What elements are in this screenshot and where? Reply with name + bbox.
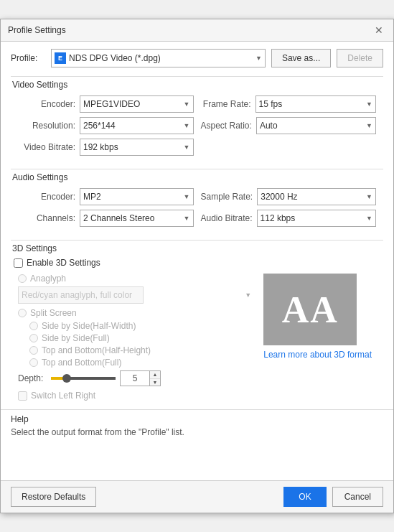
restore-defaults-button[interactable]: Restore Defaults [11,487,96,507]
frame-rate-select-wrap: 15 fps [255,95,377,113]
aspect-ratio-label: Aspect Ratio: [201,121,252,131]
audio-encoder-select-wrap: MP2 [80,188,194,205]
sample-rate-select-wrap: 32000 Hz [257,188,376,205]
audio-encoder-select[interactable]: MP2 [80,188,194,205]
delete-button[interactable]: Delete [337,49,383,67]
help-section: Help Select the output format from the "… [1,409,393,480]
side-by-side-full-label: Side by Side(Full) [42,333,110,343]
depth-label: Depth: [18,373,47,383]
aspect-ratio-select[interactable]: Auto [256,117,376,134]
close-button[interactable]: ✕ [372,24,386,37]
depth-row: Depth: ▲ ▼ [15,370,255,386]
anaglyph-label: Anaglyph [30,274,66,284]
top-bottom-full-radio[interactable] [29,358,38,367]
profile-value: NDS DPG Video (*.dpg) [69,53,253,63]
3d-content: Anaglyph Red/cyan anaglyph, full color S… [11,274,383,409]
profile-icon: E [55,52,66,64]
switch-left-right-label: Switch Left Right [31,391,95,401]
top-bottom-half-row: Top and Bottom(Half-Height) [15,345,255,355]
enable-3d-row: Enable 3D Settings [11,258,383,268]
side-by-side-half-radio[interactable] [29,322,38,330]
channels-row: Channels: 2 Channels Stereo [18,210,194,227]
depth-slider[interactable] [51,377,116,380]
encoder-row: Encoder: MPEG1VIDEO [18,95,194,113]
dialog-title: Profile Settings [8,25,66,35]
anaglyph-select-wrap: Red/cyan anaglyph, full color [18,286,255,304]
help-label: Help [11,414,383,424]
side-by-side-half-row: Side by Side(Half-Width) [15,321,255,331]
video-bitrate-select[interactable]: 192 kbps [80,139,194,156]
sample-rate-label: Sample Rate: [201,192,253,202]
channels-select[interactable]: 2 Channels Stereo [80,210,194,227]
resolution-select[interactable]: 256*144 [80,117,194,134]
profile-row: Profile: E NDS DPG Video (*.dpg) ▼ Save … [11,49,383,67]
profile-select-container: E NDS DPG Video (*.dpg) ▼ [51,49,266,67]
sample-rate-row: Sample Rate: 32000 Hz [201,188,377,205]
audio-settings-grid: Encoder: MP2 Sample Rate: 32000 Hz [11,188,383,233]
encoder-label: Encoder: [18,99,75,109]
audio-bitrate-select[interactable]: 112 kbps [257,210,376,227]
ok-button[interactable]: OK [283,487,326,507]
profile-settings-dialog: Profile Settings ✕ Profile: E NDS DPG Vi… [0,19,394,513]
split-screen-radio-row: Split Screen [15,308,255,318]
title-bar: Profile Settings ✕ [1,19,393,42]
enable-3d-label: Enable 3D Settings [27,258,100,268]
side-by-side-full-row: Side by Side(Full) [15,333,255,343]
resolution-label: Resolution: [18,121,75,131]
anaglyph-select[interactable]: Red/cyan anaglyph, full color [18,286,144,304]
depth-input-group: ▲ ▼ [120,370,161,386]
side-by-side-full-radio[interactable] [29,334,38,342]
3d-preview-text: AA [282,289,339,331]
save-as-button[interactable]: Save as... [271,49,331,67]
anaglyph-radio-row: Anaglyph [15,274,255,284]
audio-bitrate-select-wrap: 112 kbps [257,210,376,227]
audio-encoder-label: Encoder: [18,192,75,202]
aspect-ratio-row: Aspect Ratio: Auto [201,117,377,134]
learn-more-row: Learn more about 3D format [263,350,379,360]
3d-options: Anaglyph Red/cyan anaglyph, full color S… [15,274,255,403]
learn-more-link[interactable]: Learn more about 3D format [263,350,372,360]
video-bitrate-select-wrap: 192 kbps [80,139,194,156]
frame-rate-label: Frame Rate: [201,99,251,109]
3d-preview: AA Learn more about 3D format [263,274,379,403]
profile-dropdown-arrow[interactable]: ▼ [255,55,262,62]
encoder-select[interactable]: MPEG1VIDEO [80,95,194,113]
side-by-side-half-label: Side by Side(Half-Width) [42,321,136,331]
depth-decrement-button[interactable]: ▼ [150,379,160,386]
sample-rate-select[interactable]: 32000 Hz [257,188,376,205]
cancel-button[interactable]: Cancel [332,487,383,507]
top-bottom-half-label: Top and Bottom(Half-Height) [42,345,151,355]
audio-settings-section: Audio Settings Encoder: MP2 Sample Rate: [11,169,383,233]
3d-preview-box: AA [263,274,357,345]
audio-bitrate-label: Audio Bitrate: [201,213,253,223]
dialog-content: Profile: E NDS DPG Video (*.dpg) ▼ Save … [1,42,393,409]
audio-settings-label: Audio Settings [11,172,383,182]
anaglyph-radio[interactable] [18,274,27,283]
frame-rate-select[interactable]: 15 fps [255,95,377,113]
audio-bitrate-row: Audio Bitrate: 112 kbps [201,210,377,227]
settings-3d-label: 3D Settings [11,243,383,253]
frame-rate-row: Frame Rate: 15 fps [201,95,377,113]
video-bitrate-row: Video Bitrate: 192 kbps [18,139,194,156]
switch-left-right-checkbox[interactable] [18,391,27,401]
help-text: Select the output format from the "Profi… [11,427,383,437]
resolution-row: Resolution: 256*144 [18,117,194,134]
encoder-select-wrap: MPEG1VIDEO [80,95,194,113]
top-bottom-half-radio[interactable] [29,346,38,355]
enable-3d-checkbox[interactable] [14,258,23,268]
switch-left-right-row: Switch Left Right [15,391,255,401]
video-settings-label: Video Settings [11,80,383,90]
video-bitrate-label: Video Bitrate: [18,142,75,152]
depth-spinners: ▲ ▼ [150,370,161,386]
footer: Restore Defaults OK Cancel [1,480,393,513]
split-screen-radio[interactable] [18,309,27,317]
footer-right: OK Cancel [283,487,383,507]
depth-input[interactable] [120,370,150,386]
aspect-ratio-select-wrap: Auto [256,117,376,134]
split-screen-label: Split Screen [30,308,77,318]
resolution-select-wrap: 256*144 [80,117,194,134]
channels-label: Channels: [18,213,75,223]
profile-label: Profile: [11,53,45,63]
video-settings-section: Video Settings Encoder: MPEG1VIDEO Frame… [11,76,383,162]
depth-increment-button[interactable]: ▲ [150,371,160,379]
